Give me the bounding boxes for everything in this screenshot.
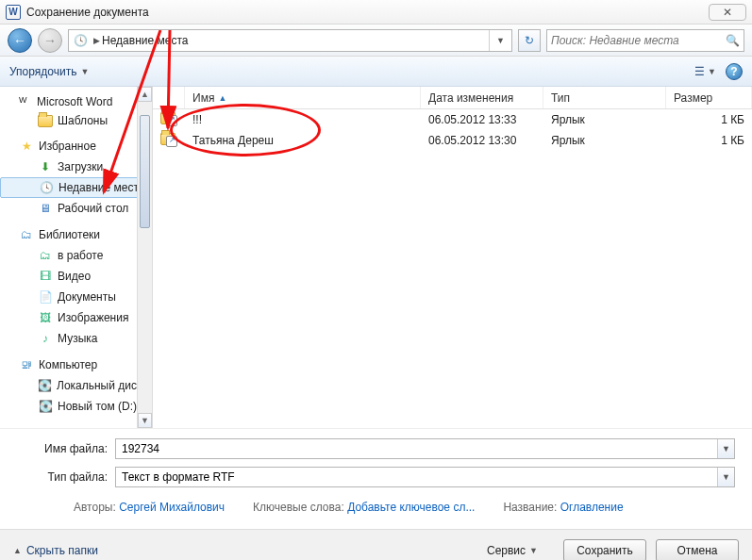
filetype-value: Текст в формате RTF xyxy=(122,470,235,484)
col-type[interactable]: Тип xyxy=(543,87,666,108)
keywords-value[interactable]: Добавьте ключевое сл... xyxy=(347,501,475,514)
filename-label: Имя файла: xyxy=(17,442,115,455)
filename-input[interactable] xyxy=(122,442,728,455)
tree-ms-word[interactable]: WMicrosoft Word xyxy=(0,92,152,111)
keywords-label: Ключевые слова: xyxy=(253,501,344,514)
tree-disk-d[interactable]: 💽Новый том (D:) xyxy=(0,396,152,417)
tools-menu[interactable]: Сервис▼ xyxy=(471,539,554,561)
list-item[interactable]: Татьяна Дереш 06.05.2012 13:30 Ярлык 1 К… xyxy=(153,130,752,151)
breadcrumb-current[interactable]: Недавние места xyxy=(102,34,188,47)
tree-downloads[interactable]: ⬇Загрузки xyxy=(0,156,152,177)
tree-video[interactable]: 🎞Видео xyxy=(0,266,152,287)
tree-scrollbar[interactable]: ▲ ▼ xyxy=(137,87,152,428)
tree-label: Документы xyxy=(58,290,116,304)
tree-recent-places[interactable]: 🕓Недавние места xyxy=(0,177,152,198)
filename-field[interactable]: ▼ xyxy=(115,438,735,459)
cell-type: Ярлык xyxy=(543,134,666,147)
cancel-label: Отмена xyxy=(677,544,717,557)
tree-label: Рабочий стол xyxy=(58,202,128,215)
close-button[interactable]: ✕ xyxy=(709,4,746,21)
sort-asc-icon: ▲ xyxy=(218,93,226,103)
computer-icon: 🖳 xyxy=(19,357,34,372)
search-input[interactable] xyxy=(551,34,722,47)
back-button[interactable]: ← xyxy=(8,28,32,53)
tree-favorites[interactable]: ★Избранное xyxy=(0,136,152,156)
tree-libraries[interactable]: 🗂Библиотеки xyxy=(0,224,152,245)
folder-icon xyxy=(38,115,53,127)
refresh-button[interactable]: ↻ xyxy=(518,29,541,52)
refresh-icon: ↻ xyxy=(525,34,534,47)
filename-dropdown[interactable]: ▼ xyxy=(717,439,734,458)
tree-label: Microsoft Word xyxy=(37,95,112,108)
col-date[interactable]: Дата изменения xyxy=(421,87,543,108)
chevron-down-icon: ▼ xyxy=(80,67,89,76)
word-icon: W xyxy=(19,95,32,108)
help-icon: ? xyxy=(730,65,737,78)
chevron-down-icon: ▼ xyxy=(529,546,538,555)
tree-label: Загрузки xyxy=(58,160,103,173)
word-app-icon: W xyxy=(6,5,21,20)
tree-label: Избранное xyxy=(39,140,96,153)
organize-menu[interactable]: Упорядочить ▼ xyxy=(9,65,89,78)
col-name[interactable]: Имя▲ xyxy=(185,87,421,108)
view-options-button[interactable]: ☰ ▼ xyxy=(694,65,716,78)
cancel-button[interactable]: Отмена xyxy=(656,539,739,561)
col-size[interactable]: Размер xyxy=(666,87,752,108)
doc-title-value[interactable]: Оглавление xyxy=(560,501,624,514)
col-date-label: Дата изменения xyxy=(428,91,513,105)
action-bar: ▲ Скрыть папки Сервис▼ Сохранить Отмена xyxy=(0,529,752,560)
tree-music[interactable]: ♪Музыка xyxy=(0,328,152,349)
save-label: Сохранить xyxy=(577,544,633,557)
titlebar: W Сохранение документа ✕ xyxy=(0,0,752,25)
col-size-label: Размер xyxy=(674,91,712,105)
libraries-icon: 🗂 xyxy=(19,227,34,242)
list-item[interactable]: !!! 06.05.2012 13:33 Ярлык 1 КБ xyxy=(153,109,752,130)
tree-images[interactable]: 🖼Изображения xyxy=(0,307,152,328)
tree-templates[interactable]: Шаблоны xyxy=(0,111,152,130)
folder-shortcut-icon xyxy=(160,112,175,124)
folder-shortcut-icon xyxy=(160,133,175,145)
authors-label: Авторы: xyxy=(74,501,116,514)
chevron-up-icon: ▲ xyxy=(13,546,22,555)
tree-label: Изображения xyxy=(58,311,128,324)
scroll-thumb[interactable] xyxy=(140,115,150,228)
tree-computer[interactable]: 🖳Компьютер xyxy=(0,354,152,375)
hide-folders-button[interactable]: ▲ Скрыть папки xyxy=(13,544,98,557)
tree-label: Локальный диск ( xyxy=(57,379,149,392)
col-icon[interactable] xyxy=(153,87,185,108)
tree-in-work[interactable]: 🗂в работе xyxy=(0,245,152,266)
toolbar: Упорядочить ▼ ☰ ▼ ? xyxy=(0,57,752,87)
images-icon: 🖼 xyxy=(38,310,53,325)
nav-tree: WMicrosoft Word Шаблоны ★Избранное ⬇Загр… xyxy=(0,87,153,428)
tree-disk-c[interactable]: 💽Локальный диск ( xyxy=(0,375,152,396)
video-icon: 🎞 xyxy=(38,269,53,284)
file-list: Имя▲ Дата изменения Тип Размер !!! 06.05… xyxy=(153,87,752,428)
cell-date: 06.05.2012 13:33 xyxy=(421,113,543,126)
scroll-down[interactable]: ▼ xyxy=(138,413,152,428)
search-box[interactable]: 🔍 xyxy=(546,29,744,52)
filetype-dropdown[interactable]: ▼ xyxy=(717,468,734,486)
chevron-right-icon[interactable]: ▶ xyxy=(92,36,102,45)
tree-label: Новый том (D:) xyxy=(58,400,137,413)
disk-icon: 💽 xyxy=(38,399,53,414)
save-button[interactable]: Сохранить xyxy=(563,539,646,561)
hide-folders-label: Скрыть папки xyxy=(26,544,98,557)
tree-documents[interactable]: 📄Документы xyxy=(0,287,152,307)
scroll-up[interactable]: ▲ xyxy=(138,87,152,102)
tree-label: Библиотеки xyxy=(39,228,100,241)
forward-button[interactable]: → xyxy=(38,28,62,53)
music-icon: ♪ xyxy=(38,331,53,346)
chevron-down-icon: ▼ xyxy=(708,67,716,76)
help-button[interactable]: ? xyxy=(726,63,743,80)
col-type-label: Тип xyxy=(551,91,570,105)
doc-metadata: Авторы: Сергей Михайлович Ключевые слова… xyxy=(17,495,735,523)
search-icon[interactable]: 🔍 xyxy=(722,34,740,47)
filetype-field[interactable]: Текст в формате RTF ▼ xyxy=(115,467,735,487)
star-icon: ★ xyxy=(19,139,34,154)
breadcrumb-dropdown[interactable]: ▼ xyxy=(489,30,511,51)
col-name-label: Имя xyxy=(192,91,214,105)
breadcrumb-bar[interactable]: 🕓 ▶ Недавние места ▼ xyxy=(68,29,512,52)
tree-desktop[interactable]: 🖥Рабочий стол xyxy=(0,198,152,219)
cell-name: !!! xyxy=(185,113,421,126)
authors-value[interactable]: Сергей Михайлович xyxy=(119,501,225,514)
